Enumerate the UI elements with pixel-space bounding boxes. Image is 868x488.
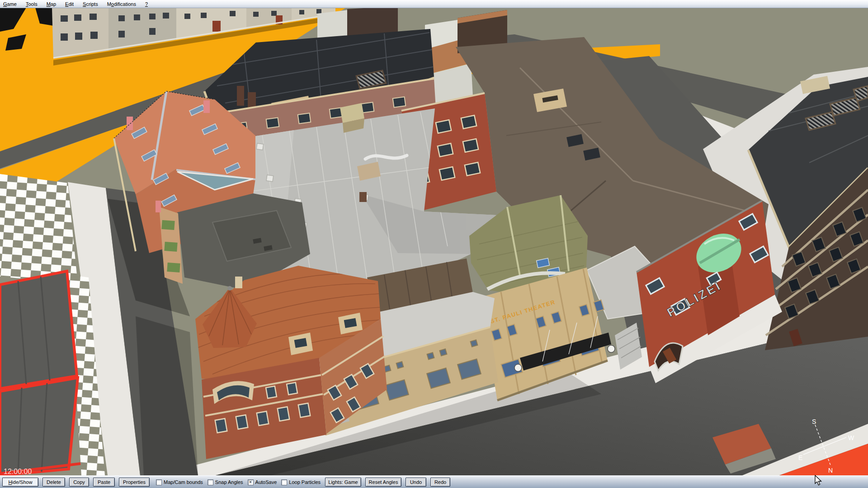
- checkbox-map-cam-bounds[interactable]: Map/Cam bounds: [156, 479, 203, 485]
- editor-toolbar: Hide/Show Delete Copy Paste Properties M…: [0, 475, 868, 488]
- properties-button[interactable]: Properties: [119, 478, 150, 487]
- compass-n: N: [828, 467, 833, 474]
- menu-item-tools[interactable]: Tools: [26, 1, 38, 7]
- checkbox-box[interactable]: [208, 479, 213, 485]
- checkbox-box[interactable]: ✕: [248, 479, 254, 485]
- lights-game-button[interactable]: Lights: Game: [325, 478, 361, 487]
- selected-plot-1[interactable]: [0, 271, 77, 389]
- checkbox-autosave[interactable]: ✕ AutoSave: [248, 479, 277, 485]
- hide-show-button[interactable]: Hide/Show: [2, 478, 38, 487]
- checkbox-box[interactable]: [156, 479, 162, 485]
- checkbox-loop-particles[interactable]: Loop Particles: [281, 479, 321, 485]
- menu-item-scripts[interactable]: Scripts: [83, 1, 98, 7]
- redo-button[interactable]: Redo: [430, 478, 450, 487]
- menu-item-map[interactable]: Map: [47, 1, 56, 7]
- menu-item-game[interactable]: Game: [3, 1, 17, 7]
- viewport-3d[interactable]: POLIZEI ST. PAULI THEATER: [0, 8, 868, 475]
- selected-plot-2[interactable]: [0, 378, 80, 475]
- menu-item-help[interactable]: ?: [145, 1, 148, 7]
- checkbox-box[interactable]: [281, 479, 287, 485]
- compass-s: S: [812, 418, 816, 425]
- checkbox-snap-angles[interactable]: Snap Angles: [208, 479, 243, 485]
- compass-w: W: [848, 434, 854, 441]
- reset-angles-button[interactable]: Reset Angles: [365, 478, 401, 487]
- compass-e: E: [798, 454, 802, 461]
- menu-item-edit[interactable]: Edit: [65, 1, 74, 7]
- menu-item-modifications[interactable]: Modifications: [107, 1, 136, 7]
- paste-button[interactable]: Paste: [93, 478, 115, 487]
- menu-bar: Game Tools Map Edit Scripts Modification…: [0, 0, 868, 8]
- delete-button[interactable]: Delete: [42, 478, 65, 487]
- copy-button[interactable]: Copy: [69, 478, 89, 487]
- clock-display: 12:00:00: [4, 468, 32, 475]
- undo-button[interactable]: Undo: [406, 478, 426, 487]
